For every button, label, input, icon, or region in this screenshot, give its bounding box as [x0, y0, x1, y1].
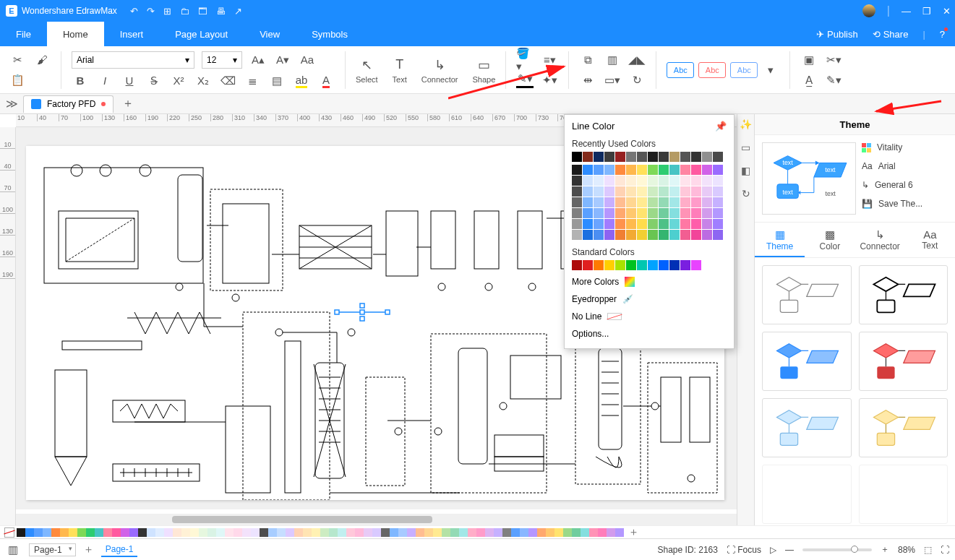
color-swatch[interactable] [594, 219, 604, 229]
strip-swatch[interactable] [581, 528, 589, 537]
color-swatch[interactable] [583, 152, 593, 162]
color-swatch[interactable] [604, 219, 614, 229]
color-swatch[interactable] [691, 260, 701, 270]
menu-symbols[interactable]: Symbols [296, 22, 364, 46]
theme-card[interactable] [762, 398, 852, 457]
color-swatch[interactable] [615, 219, 625, 229]
rotate-icon[interactable]: ↻ [628, 72, 646, 88]
bold-icon[interactable]: B [72, 73, 89, 89]
strip-swatch[interactable] [312, 528, 320, 537]
strip-swatch[interactable] [372, 528, 381, 537]
color-swatch[interactable] [713, 165, 723, 175]
line-spacing-icon[interactable]: ≣ [244, 73, 261, 89]
color-swatch[interactable] [637, 230, 647, 240]
expand-symbols-icon[interactable]: ≫ [4, 97, 19, 111]
page-selector[interactable]: Page-1 [29, 543, 76, 556]
menu-page-layout[interactable]: Page Layout [159, 22, 244, 46]
flip-icon[interactable]: ◢◣ [628, 52, 646, 68]
strip-swatch[interactable] [615, 528, 624, 537]
color-swatch[interactable] [680, 186, 690, 197]
shrink-font-icon[interactable]: A▾ [274, 52, 291, 68]
add-color-icon[interactable]: ＋ [628, 525, 639, 539]
color-swatch[interactable] [659, 152, 669, 162]
color-swatch[interactable] [680, 197, 690, 207]
strip-swatch[interactable] [103, 528, 112, 537]
color-swatch[interactable] [702, 208, 712, 218]
strip-swatch[interactable] [303, 528, 312, 537]
color-swatch[interactable] [594, 165, 604, 175]
color-swatch[interactable] [637, 219, 647, 229]
strip-swatch[interactable] [225, 528, 234, 537]
color-swatch[interactable] [680, 152, 690, 162]
user-avatar[interactable] [862, 4, 875, 17]
strip-swatch[interactable] [381, 528, 390, 537]
strip-swatch[interactable] [129, 528, 138, 537]
theme-vitality[interactable]: Vitality [862, 142, 922, 152]
shape-tool[interactable]: ▭Shape [473, 56, 496, 84]
color-swatch[interactable] [604, 208, 614, 218]
size-icon[interactable]: ▭▾ [604, 72, 621, 88]
subscript-icon[interactable]: X₂ [194, 73, 212, 89]
font-size-combo[interactable]: 12▾ [202, 51, 242, 69]
color-swatch[interactable] [615, 197, 625, 207]
color-swatch[interactable] [583, 230, 593, 240]
color-swatch[interactable] [648, 165, 658, 175]
strip-swatch[interactable] [190, 528, 199, 537]
theme-connector[interactable]: ↳General 6 [862, 180, 922, 190]
color-swatch[interactable] [604, 176, 614, 186]
theme-font[interactable]: AaArial [862, 161, 922, 171]
menu-file[interactable]: File [0, 22, 47, 46]
color-swatch[interactable] [626, 219, 636, 229]
strip-swatch[interactable] [207, 528, 216, 537]
page-tab[interactable]: Page-1 [101, 543, 138, 557]
color-swatch[interactable] [604, 197, 614, 207]
outline-view-icon[interactable]: ▥ [4, 542, 22, 558]
strip-swatch[interactable] [294, 528, 303, 537]
publish-button[interactable]: ✈ Publish [816, 29, 858, 40]
color-swatch[interactable] [572, 230, 582, 240]
strip-swatch[interactable] [572, 528, 581, 537]
strip-swatch[interactable] [173, 528, 181, 537]
color-swatch[interactable] [572, 197, 582, 207]
theme-card[interactable] [859, 398, 948, 457]
color-swatch[interactable] [583, 176, 593, 186]
strip-swatch[interactable] [234, 528, 242, 537]
color-swatch[interactable] [659, 260, 669, 270]
color-swatch[interactable] [680, 208, 690, 218]
color-swatch[interactable] [702, 230, 712, 240]
theme-tab-connector[interactable]: ↳Connector [855, 223, 905, 257]
strip-swatch[interactable] [468, 528, 476, 537]
strip-swatch[interactable] [598, 528, 607, 537]
zoom-out-icon[interactable]: — [785, 545, 794, 555]
strip-swatch[interactable] [554, 528, 563, 537]
color-swatch[interactable] [572, 260, 582, 270]
strip-swatch[interactable] [537, 528, 546, 537]
strip-swatch[interactable] [51, 528, 60, 537]
strip-swatch[interactable] [459, 528, 468, 537]
color-swatch[interactable] [659, 219, 669, 229]
color-swatch[interactable] [669, 208, 680, 218]
presentation-icon[interactable]: ▷ [770, 545, 776, 555]
strip-swatch[interactable] [95, 528, 103, 537]
color-swatch[interactable] [604, 186, 614, 197]
theme-save[interactable]: 💾Save The... [862, 199, 922, 209]
color-swatch[interactable] [691, 176, 701, 186]
text-tool[interactable]: TText [393, 56, 407, 84]
strip-swatch[interactable] [407, 528, 416, 537]
close-button[interactable]: ✕ [943, 6, 951, 17]
strip-swatch[interactable] [260, 528, 268, 537]
color-swatch[interactable] [669, 186, 680, 197]
color-swatch[interactable] [583, 165, 593, 175]
color-swatch[interactable] [594, 260, 604, 270]
color-swatch[interactable] [713, 230, 723, 240]
select-tool[interactable]: ↖Select [356, 56, 378, 84]
color-swatch[interactable] [702, 152, 712, 162]
strip-swatch[interactable] [216, 528, 225, 537]
strip-swatch[interactable] [338, 528, 346, 537]
color-swatch[interactable] [702, 186, 712, 197]
focus-mode[interactable]: ⛶ Focus [727, 545, 761, 555]
strip-swatch[interactable] [43, 528, 51, 537]
strip-swatch[interactable] [520, 528, 528, 537]
color-swatch[interactable] [669, 152, 680, 162]
strip-swatch[interactable] [450, 528, 459, 537]
